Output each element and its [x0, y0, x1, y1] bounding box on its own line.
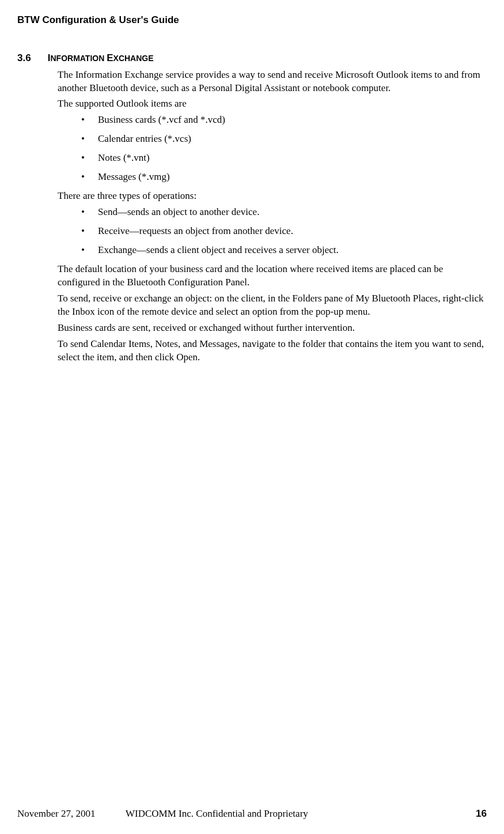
list-item: Business cards (*.vcf and *.vcd)	[79, 114, 487, 127]
paragraph-intro: The Information Exchange service provide…	[58, 69, 487, 95]
paragraph-operations-intro: There are three types of operations:	[58, 190, 487, 203]
document-footer: November 27, 2001 WIDCOMM Inc. Confident…	[17, 807, 487, 821]
footer-page-number: 16	[469, 807, 487, 821]
document-header: BTW Configuration & User's Guide	[17, 13, 487, 27]
list-item: Exchange—sends a client object and recei…	[79, 244, 487, 257]
section-number: 3.6	[17, 51, 45, 65]
list-item: Messages (*.vmg)	[79, 171, 487, 184]
footer-confidential: WIDCOMM Inc. Confidential and Proprietar…	[109, 807, 469, 821]
section-title: INFORMATION EXCHANGE	[48, 52, 154, 63]
paragraph-supported-intro: The supported Outlook items are	[58, 97, 487, 111]
list-item: Receive—requests an object from another …	[79, 225, 487, 238]
paragraph-send-receive: To send, receive or exchange an object: …	[58, 292, 487, 319]
operations-list: Send—sends an object to another device. …	[79, 206, 487, 257]
list-item: Calendar entries (*.vcs)	[79, 133, 487, 146]
paragraph-calendar-items: To send Calendar Items, Notes, and Messa…	[58, 338, 487, 364]
list-item: Notes (*.vnt)	[79, 152, 487, 165]
paragraph-business-cards: Business cards are sent, received or exc…	[58, 322, 487, 335]
document-title: BTW Configuration & User's Guide	[17, 14, 179, 25]
paragraph-default-location: The default location of your business ca…	[58, 263, 487, 289]
list-item: Send—sends an object to another device.	[79, 206, 487, 219]
supported-items-list: Business cards (*.vcf and *.vcd) Calenda…	[79, 114, 487, 184]
section-heading: 3.6 INFORMATION EXCHANGE	[17, 51, 487, 65]
footer-date: November 27, 2001	[17, 807, 109, 821]
